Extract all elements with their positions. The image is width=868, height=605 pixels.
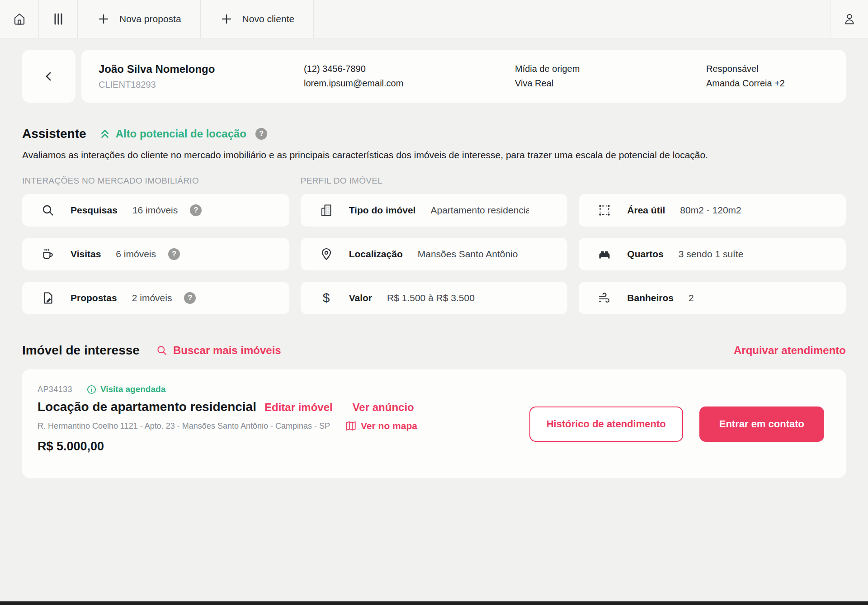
map-icon — [345, 421, 356, 431]
location-pin-icon — [320, 247, 333, 261]
interactions-header: INTERAÇÕES NO MERCADO IMOBILIÁRIO — [22, 176, 289, 186]
card-label: Valor — [349, 293, 372, 303]
origin-value: Viva Real — [515, 78, 706, 89]
interest-title: Imóvel de interesse — [22, 343, 140, 358]
bottom-edge-bar — [0, 601, 868, 605]
profile-button[interactable] — [830, 0, 868, 38]
view-map-link[interactable]: Ver no mapa — [345, 421, 417, 431]
visitas-help-button[interactable]: ? — [168, 248, 180, 260]
plus-icon — [220, 12, 233, 26]
card-value: Apartamento residencial — [430, 205, 529, 216]
edit-property-link[interactable]: Editar imóvel — [264, 401, 333, 414]
view-map-label: Ver no mapa — [361, 421, 417, 431]
potential-badge: Alto potencial de locação — [99, 128, 246, 140]
client-phone: (12) 3456-7890 — [304, 64, 515, 74]
pesquisas-help-button[interactable]: ? — [190, 204, 202, 216]
toolbar-spacer — [314, 0, 830, 38]
card-label: Visitas — [71, 249, 101, 260]
card-label: Propostas — [71, 293, 117, 303]
property-actions: Histórico de atendimento Entrar em conta… — [529, 406, 824, 442]
propostas-help-button[interactable]: ? — [184, 292, 196, 304]
card-area-util: Área útil 80m2 - 120m2 — [579, 194, 846, 227]
question-icon: ? — [259, 130, 264, 138]
board-columns-icon — [52, 12, 65, 26]
potential-help-button[interactable]: ? — [255, 128, 267, 140]
card-label: Área útil — [627, 205, 665, 216]
card-quartos: Quartos 3 sendo 1 suíte — [579, 238, 846, 270]
new-client-label: Novo cliente — [242, 14, 295, 24]
property-meta-row: AP34133 Visita agendada — [38, 384, 846, 394]
top-toolbar: Nova proposta Novo cliente — [0, 0, 868, 38]
history-button[interactable]: Histórico de atendimento — [529, 406, 683, 442]
interest-header: Imóvel de interesse Buscar mais imóveis … — [22, 343, 846, 358]
plus-icon — [97, 12, 110, 26]
card-value: 2 — [689, 293, 694, 303]
card-value: 80m2 - 120m2 — [680, 205, 741, 216]
search-icon — [41, 203, 55, 217]
card-visitas: Visitas 6 imóveis ? — [22, 238, 289, 270]
coffee-icon — [41, 247, 55, 261]
home-icon — [13, 12, 26, 26]
profile-icon — [843, 12, 856, 26]
question-icon: ? — [193, 206, 198, 214]
assistant-description: Avaliamos as interações do cliente no me… — [22, 150, 846, 161]
client-origin: Mídia de origem Viva Real — [515, 64, 706, 89]
property-title: Locação de apartamento residencial — [38, 400, 256, 414]
card-label: Localização — [349, 249, 403, 260]
area-icon — [598, 203, 611, 217]
card-value: 3 sendo 1 suíte — [679, 249, 744, 260]
new-proposal-label: Nova proposta — [119, 14, 181, 24]
card-banheiros: Banheiros 2 — [579, 282, 846, 314]
search-more-link[interactable]: Buscar mais imóveis — [156, 344, 281, 357]
client-owner: Responsável Amanda Correia +2 — [706, 64, 785, 89]
double-chevron-up-icon — [99, 128, 111, 140]
search-icon — [156, 345, 168, 356]
property-address: R. Hermantino Coelho 1121 - Apto. 23 - M… — [38, 421, 330, 431]
card-propostas: Propostas 2 imóveis ? — [22, 282, 289, 314]
new-proposal-button[interactable]: Nova proposta — [78, 0, 201, 38]
client-identity: João Silva Nomelongo CLIENT18293 — [99, 63, 304, 90]
client-summary-card: João Silva Nomelongo CLIENT18293 (12) 34… — [81, 50, 846, 103]
card-localizacao: Localização Mansões Santo Antônio — [301, 238, 568, 270]
card-pesquisas: Pesquisas 16 imóveis ? — [22, 194, 289, 227]
card-value: 16 imóveis — [132, 205, 178, 216]
search-more-label: Buscar mais imóveis — [173, 344, 281, 357]
proposal-edit-icon — [41, 291, 55, 305]
visit-status-badge: Visita agendada — [87, 384, 165, 394]
property-code: AP34133 — [38, 385, 72, 394]
origin-label: Mídia de origem — [515, 64, 706, 74]
client-id: CLIENT18293 — [99, 80, 304, 90]
potential-badge-label: Alto potencial de locação — [116, 128, 246, 140]
card-label: Tipo do imóvel — [349, 205, 416, 216]
visit-status-label: Visita agendada — [100, 384, 165, 394]
card-label: Pesquisas — [71, 205, 118, 216]
question-icon: ? — [172, 250, 176, 258]
info-icon — [87, 385, 96, 394]
assistant-header: Assistente Alto potencial de locação ? — [22, 127, 846, 141]
client-header: João Silva Nomelongo CLIENT18293 (12) 34… — [22, 50, 846, 103]
question-icon: ? — [188, 294, 193, 302]
building-icon — [320, 203, 333, 217]
property-card: AP34133 Visita agendada Locação de apart… — [22, 369, 846, 478]
new-client-button[interactable]: Novo cliente — [201, 0, 314, 38]
contact-button[interactable]: Entrar em contato — [699, 406, 824, 442]
back-button[interactable] — [22, 50, 75, 103]
profile-header: PERFIL DO IMÓVEL — [301, 176, 568, 186]
card-value: Mansões Santo Antônio — [418, 249, 518, 260]
card-tipo-imovel: Tipo do imóvel Apartamento residencial — [301, 194, 568, 227]
home-button[interactable] — [0, 0, 39, 38]
archive-link[interactable]: Arquivar atendimento — [734, 344, 846, 357]
client-name: João Silva Nomelongo — [99, 63, 304, 76]
client-page: Nova proposta Novo cliente João Silva No… — [0, 0, 868, 605]
dollar-icon: $ — [320, 291, 333, 305]
board-view-button[interactable] — [39, 0, 78, 38]
wind-icon — [598, 291, 611, 305]
assistant-title: Assistente — [22, 127, 86, 141]
back-chevron-icon — [43, 71, 55, 82]
view-ad-link[interactable]: Ver anúncio — [353, 401, 414, 414]
assistant-cards-grid: Pesquisas 16 imóveis ? Tipo do imóvel Ap… — [22, 194, 846, 314]
client-contacts: (12) 3456-7890 lorem.ipsum@email.com — [304, 64, 515, 89]
owner-label: Responsável — [706, 64, 785, 74]
card-value: 2 imóveis — [132, 293, 172, 303]
section-headers: INTERAÇÕES NO MERCADO IMOBILIÁRIO PERFIL… — [22, 176, 846, 186]
